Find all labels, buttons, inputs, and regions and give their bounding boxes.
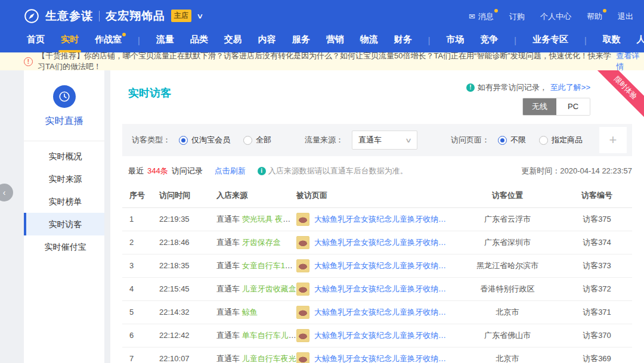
- nav-item-服务[interactable]: 服务: [292, 34, 310, 52]
- nav-item-业务专区[interactable]: 业务专区: [532, 34, 568, 52]
- cell-visitor-location: 广东省云浮市: [453, 207, 562, 231]
- product-thumbnail: [296, 329, 309, 342]
- entry-keyword: 鲸鱼: [242, 308, 258, 317]
- entry-keyword: 单车自行车儿童 ...: [242, 331, 296, 340]
- source-note: i 入店来源数据请以直通车后台数据为准。: [258, 166, 408, 176]
- top-link-个人中心[interactable]: 个人中心: [540, 11, 571, 22]
- sidebar-item-实时概况[interactable]: 实时概况: [24, 145, 104, 167]
- top-link-label: 帮助: [587, 11, 602, 22]
- cell-seq: 3: [122, 254, 159, 277]
- top-link-退出[interactable]: 退出: [618, 11, 633, 22]
- nav-item-营销[interactable]: 营销: [326, 34, 344, 52]
- nav-item-品类[interactable]: 品类: [190, 34, 208, 52]
- entry-keyword: 儿童自行车夜光: [242, 354, 296, 363]
- nav-item-物流[interactable]: 物流: [360, 34, 378, 52]
- product-link[interactable]: 大鲸鱼乳牙盒女孩纪念儿童换牙收纳盒宝宝胎发保存收藏装...: [314, 330, 453, 341]
- nav-item-取数[interactable]: 取数: [603, 34, 621, 52]
- product-thumbnail: [296, 236, 309, 249]
- product-link[interactable]: 大鲸鱼乳牙盒女孩纪念儿童换牙收纳盒宝宝胎发保存收藏装...: [314, 353, 453, 363]
- entry-keyword: 荧光玩具 夜光塑...: [242, 215, 296, 224]
- top-link-帮助[interactable]: 帮助: [587, 11, 602, 22]
- abnormal-text: 如有异常访问记录，: [478, 82, 547, 93]
- cell-visitor-location: 北京市: [453, 300, 562, 324]
- traffic-source-select[interactable]: 直通车 ∨: [352, 131, 417, 150]
- radio-dot-icon: [179, 136, 188, 145]
- cell-seq: 4: [122, 277, 159, 300]
- brand-divider: [99, 11, 100, 21]
- toggle-PC[interactable]: PC: [556, 98, 590, 115]
- notice-text: 【干货推荐】你的店铺，哪个宝贝流量正在默默下滑？访客进店后没有转化是因为什么？如…: [38, 51, 611, 72]
- mail-icon: ✉: [469, 12, 475, 21]
- top-link-订购[interactable]: 订购: [509, 11, 525, 22]
- cell-visited-page: 大鲸鱼乳牙盒女孩纪念儿童换牙收纳盒宝宝胎发保存收藏装...: [296, 300, 453, 324]
- refresh-link[interactable]: 点击刷新: [215, 166, 246, 176]
- nav-item-竞争[interactable]: 竞争: [480, 34, 498, 52]
- sidebar-item-实时来源[interactable]: 实时来源: [24, 167, 104, 190]
- notice-detail-link[interactable]: 查看详情: [616, 51, 644, 72]
- chevron-down-icon[interactable]: ∨: [196, 12, 203, 20]
- nav-divider: |: [514, 36, 516, 52]
- notification-dot: [494, 9, 498, 13]
- chevron-down-icon: ∨: [405, 136, 412, 144]
- radio-label: 全部: [256, 135, 271, 145]
- product-thumbnail: [296, 283, 309, 296]
- sidebar-collapse-button[interactable]: ‹: [0, 184, 13, 201]
- visitor-type-radio-仅淘宝会员[interactable]: 仅淘宝会员: [179, 135, 230, 145]
- cell-entry-source: 直通车 儿童自行车夜光: [216, 347, 296, 363]
- column-header-被访页面: 被访页面: [296, 184, 453, 207]
- abnormal-record-tip: ! 如有异常访问记录， 至此了解>>: [466, 82, 590, 93]
- table-row: 322:18:35直通车 女童自行车12岁 ...大鲸鱼乳牙盒女孩纪念儿童换牙收…: [122, 254, 632, 277]
- add-product-button[interactable]: +: [599, 127, 627, 153]
- cell-visitor-id: 访客374: [562, 231, 632, 254]
- shop-name[interactable]: 友宏翔饰品: [106, 8, 165, 24]
- entry-channel: 直通车: [216, 308, 242, 317]
- toggle-无线[interactable]: 无线: [523, 98, 556, 115]
- cell-visit-time: 22:10:07: [159, 347, 216, 363]
- nav-item-人群管理[interactable]: 人群管理: [637, 34, 644, 52]
- nav-item-交易[interactable]: 交易: [224, 34, 242, 52]
- nav-item-作战室[interactable]: 作战室: [95, 34, 122, 52]
- product-link[interactable]: 大鲸鱼乳牙盒女孩纪念儿童换牙收纳盒宝宝胎发保存收藏装...: [314, 260, 453, 271]
- visited-page-wrap: 大鲸鱼乳牙盒女孩纪念儿童换牙收纳盒宝宝胎发保存收藏装...: [296, 352, 453, 363]
- nav-item-实时[interactable]: 实时: [61, 34, 79, 52]
- cell-visitor-id: 访客370: [562, 324, 632, 347]
- nav-item-财务[interactable]: 财务: [394, 34, 412, 52]
- sidebar-item-实时榜单[interactable]: 实时榜单: [24, 190, 104, 213]
- entry-keyword: 牙齿保存盒: [242, 238, 281, 247]
- product-link[interactable]: 大鲸鱼乳牙盒女孩纪念儿童换牙收纳盒宝宝胎发保存收藏装...: [314, 284, 453, 294]
- product-link[interactable]: 大鲸鱼乳牙盒女孩纪念儿童换牙收纳盒宝宝胎发保存收藏装...: [314, 237, 453, 248]
- cell-seq: 2: [122, 231, 159, 254]
- cell-visitor-id: 访客371: [562, 300, 632, 324]
- page-title: 实时访客: [128, 86, 171, 100]
- visit-page-radio-不限[interactable]: 不限: [498, 135, 526, 145]
- cell-visit-time: 22:14:32: [159, 300, 216, 324]
- nav-item-内容[interactable]: 内容: [258, 34, 276, 52]
- product-link[interactable]: 大鲸鱼乳牙盒女孩纪念儿童换牙收纳盒宝宝胎发保存收藏装...: [314, 307, 453, 318]
- sidebar-item-实时催付宝[interactable]: 实时催付宝: [24, 235, 104, 258]
- radio-dot-icon: [498, 136, 507, 145]
- cell-visited-page: 大鲸鱼乳牙盒女孩纪念儿童换牙收纳盒宝宝胎发保存收藏装...: [296, 254, 453, 277]
- column-header-序号: 序号: [122, 184, 159, 207]
- visited-page-wrap: 大鲸鱼乳牙盒女孩纪念儿童换牙收纳盒宝宝胎发保存收藏装...: [296, 329, 453, 342]
- column-header-访问时间: 访问时间: [159, 184, 216, 207]
- nav-item-首页[interactable]: 首页: [27, 34, 45, 52]
- nav-divider: |: [138, 36, 140, 52]
- sidebar-header: 实时直播: [24, 70, 104, 141]
- brand-area: 生意参谋 友宏翔饰品 主店 ∨: [24, 8, 203, 24]
- visitor-type-radio-全部[interactable]: 全部: [243, 135, 271, 145]
- cell-visit-time: 22:18:35: [159, 254, 216, 277]
- nav-item-市场[interactable]: 市场: [446, 34, 464, 52]
- sidebar-item-实时访客[interactable]: 实时访客: [24, 213, 104, 235]
- visitor-type-label: 访客类型：: [132, 135, 171, 145]
- top-link-消息[interactable]: ✉消息: [469, 11, 494, 22]
- abnormal-link[interactable]: 至此了解>>: [550, 82, 590, 93]
- cell-entry-source: 直通车 儿童牙齿收藏盒: [216, 277, 296, 300]
- cell-visit-time: 22:15:45: [159, 277, 216, 300]
- product-link[interactable]: 大鲸鱼乳牙盒女孩纪念儿童换牙收纳盒宝宝胎发保存收藏装...: [314, 214, 453, 225]
- product-thumbnail: [296, 306, 309, 319]
- traffic-source-label: 流量来源：: [305, 135, 343, 145]
- visit-page-radio-指定商品[interactable]: 指定商品: [539, 135, 583, 145]
- top-link-label: 退出: [618, 11, 633, 22]
- radio-label: 不限: [510, 135, 526, 145]
- nav-item-流量[interactable]: 流量: [156, 34, 174, 52]
